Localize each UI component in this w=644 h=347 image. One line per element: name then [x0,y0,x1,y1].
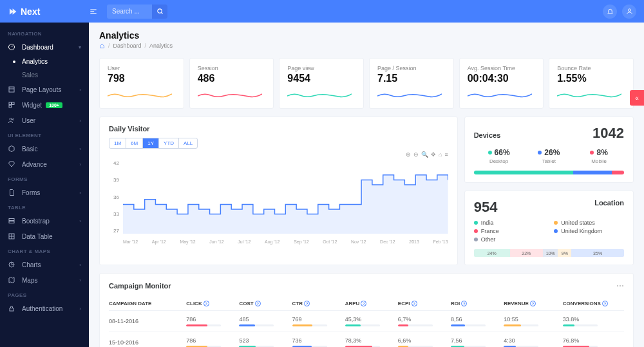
pie-icon [8,261,15,268]
range-all[interactable]: ALL [179,138,197,148]
home-icon[interactable] [99,43,105,49]
card-title: Campaign Monitor [109,282,171,290]
profile-button[interactable] [622,5,636,19]
zoom-out-icon[interactable]: ⊖ [413,151,419,158]
chart-plot: ⊕ ⊖ 🔍 ✥ ⌂ ≡ 4239363327 Mar '12Apr '12May… [109,154,448,244]
svg-rect-11 [9,106,12,108]
table-col[interactable]: ARPU ? [345,301,394,306]
topbar: Next [0,0,644,23]
sidebar-item-authentication[interactable]: Authentication› [0,301,89,316]
sparkline [377,91,442,100]
range-6m[interactable]: 6M [126,138,143,148]
table-col[interactable]: ROI ? [451,301,500,306]
sparkline [287,91,352,100]
server-icon [8,217,15,225]
device-item: 8%Mobile [574,148,624,164]
table-col[interactable]: COST ? [239,301,288,306]
help-icon[interactable]: ? [204,301,209,306]
chevron-right-icon: › [79,277,81,283]
search-input[interactable] [107,8,152,15]
settings-side-tab[interactable]: « [630,90,644,106]
sidebar-toggle[interactable] [89,7,98,16]
legend-item: United Kingdom [554,228,624,234]
svg-rect-15 [9,221,14,223]
device-item: 26%Tablet [524,148,574,164]
stat-label: Bounce Rate [557,65,625,71]
table-col[interactable]: CTR ? [292,301,341,306]
help-icon[interactable]: ? [361,301,366,306]
table-col[interactable]: CAMPAIGN DATE [109,301,182,306]
chevron-right-icon: › [79,162,81,167]
device-item: 66%Desktop [474,148,524,164]
y-axis: 4239363327 [109,160,122,234]
table-icon [8,232,15,240]
stat-value: 7.15 [377,73,446,84]
sidebar-item-dashboard[interactable]: Dashboard ▾ [0,39,89,55]
stat-card: Bounce Rate 1.55% [549,58,634,109]
notifications-button[interactable] [603,5,617,19]
table-col[interactable]: CLICK ? [186,301,235,306]
chevron-right-icon: › [79,218,81,224]
svg-line-4 [161,12,162,14]
campaign-table: CAMPAIGN DATECLICK ?COST ?CTR ?ARPU ?ECP… [109,297,624,347]
location-card: 954 Location IndiaUnited statesFranceUni… [464,191,634,265]
sidebar-item-charts[interactable]: Charts› [0,257,89,272]
topbar-right [603,5,636,19]
sidebar-heading: TABLE [0,200,89,213]
sidebar-item-advance[interactable]: Advance› [0,156,89,172]
sidebar-item-forms[interactable]: Forms› [0,185,89,200]
table-col[interactable]: CONVERSIONS ? [563,301,624,306]
sidebar-item-bootstrap[interactable]: Bootstrap› [0,213,89,229]
range-1m[interactable]: 1M [109,138,126,148]
sparkline [198,91,262,100]
table-row: 08-11-201678648576945,3%6,7%8,5610:5533.… [109,311,624,332]
search-button[interactable] [152,5,167,19]
cell: 10:55 [504,316,559,326]
sidebar-item-basic[interactable]: Basic› [0,141,89,156]
range-selector: 1M6M1YYTDALL [109,138,198,149]
help-icon[interactable]: ? [412,301,417,306]
svg-point-13 [13,119,14,120]
range-ytd[interactable]: YTD [159,138,179,148]
sidebar-item-data-table[interactable]: Data Table [0,229,89,244]
zoom-icon[interactable]: 🔍 [421,151,428,158]
zoom-reset-icon[interactable]: ⊕ [406,151,411,158]
chevron-right-icon: › [79,118,81,124]
stat-label: User [108,65,176,71]
brand[interactable]: Next [8,6,89,17]
cell: 7,56 [451,337,500,347]
plot-area[interactable] [123,160,448,234]
chevron-right-icon: › [79,190,81,196]
chevron-right-icon: › [79,306,81,312]
table-col[interactable]: ECPI ? [398,301,447,306]
devices-card: Devices 1042 66%Desktop26%Tablet8%Mobile [464,117,634,183]
sidebar-sub-sales[interactable]: Sales [22,68,89,82]
sidebar-sub-analytics[interactable]: Analytics [22,55,89,68]
legend-item: India [474,220,544,226]
svg-point-3 [157,9,161,13]
breadcrumb-link[interactable]: Dashboard [113,42,142,49]
help-icon[interactable]: ? [602,301,608,306]
more-icon[interactable]: ⋯ [616,281,624,290]
home-icon[interactable]: ⌂ [439,151,442,158]
sidebar-item-widget[interactable]: Widget100+ [0,97,89,113]
help-icon[interactable]: ? [255,301,261,306]
sidebar-item-label: Dashboard [22,44,53,51]
sidebar-heading: FORMS [0,172,89,185]
table-col[interactable]: REVENUE ? [504,301,559,306]
help-icon[interactable]: ? [461,301,467,306]
sidebar-item-page-layouts[interactable]: Page Layouts› [0,82,89,97]
range-1y[interactable]: 1Y [143,138,159,148]
users-icon [8,117,15,124]
sidebar-item-maps[interactable]: Maps› [0,272,89,288]
cell: 523 [239,337,288,347]
help-icon[interactable]: ? [530,301,536,306]
pan-icon[interactable]: ✥ [431,151,436,158]
legend-item: Other [474,236,544,243]
lock-icon [8,305,15,312]
menu-icon[interactable]: ≡ [444,151,448,158]
svg-point-5 [628,9,630,12]
help-icon[interactable]: ? [304,301,310,306]
devices-bar [474,171,624,174]
sidebar-item-user[interactable]: User› [0,113,89,128]
